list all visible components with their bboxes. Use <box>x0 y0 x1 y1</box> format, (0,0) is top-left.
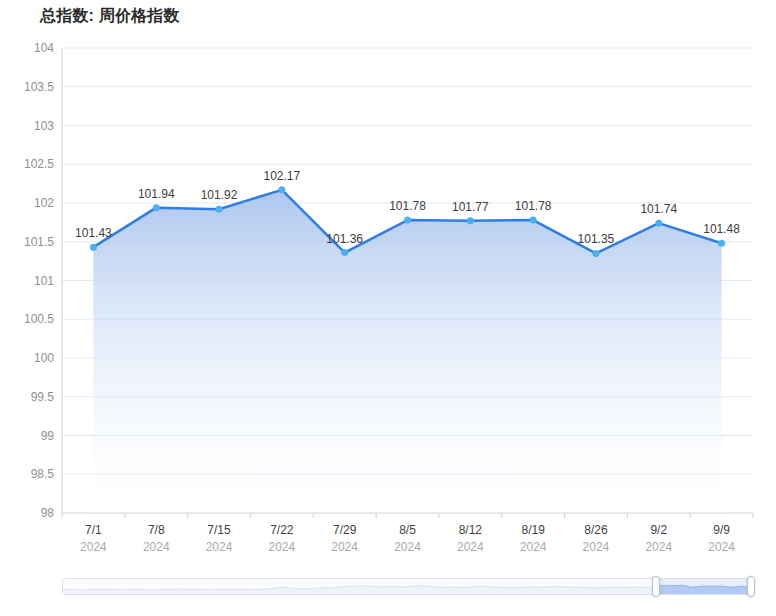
datazoom-window[interactable] <box>656 579 752 594</box>
x-axis-date-label: 7/1 <box>85 523 102 537</box>
y-axis-tick-label: 99.5 <box>31 390 55 404</box>
x-axis-year-label: 2024 <box>457 540 484 554</box>
x-axis-date-label: 8/19 <box>521 523 545 537</box>
price-index-area-chart[interactable]: 9898.59999.5100100.5101101.5102102.51031… <box>0 0 776 570</box>
x-axis-year-label: 2024 <box>143 540 170 554</box>
datazoom-handle-left-icon[interactable] <box>652 576 660 597</box>
x-axis-year-label: 2024 <box>708 540 735 554</box>
data-point-marker[interactable] <box>153 204 160 211</box>
x-axis-date-label: 7/15 <box>207 523 231 537</box>
y-axis-tick-label: 98 <box>41 506 55 520</box>
y-axis-tick-label: 98.5 <box>31 467 55 481</box>
x-axis-year-label: 2024 <box>583 540 610 554</box>
x-axis-year-label: 2024 <box>80 540 107 554</box>
data-point-value-label: 101.36 <box>326 232 363 246</box>
x-axis-year-label: 2024 <box>206 540 233 554</box>
y-axis-tick-label: 101 <box>34 274 54 288</box>
data-point-value-label: 101.74 <box>640 202 677 216</box>
data-point-value-label: 101.48 <box>703 222 740 236</box>
y-axis-tick-label: 102 <box>34 196 54 210</box>
datazoom-slider[interactable] <box>62 578 753 595</box>
x-axis-date-label: 8/12 <box>459 523 483 537</box>
y-axis-tick-label: 100.5 <box>24 312 54 326</box>
data-point-marker[interactable] <box>90 244 97 251</box>
data-point-value-label: 101.78 <box>389 199 426 213</box>
data-point-value-label: 102.17 <box>264 169 301 183</box>
x-axis-year-label: 2024 <box>331 540 358 554</box>
data-point-value-label: 101.43 <box>75 226 112 240</box>
x-axis-date-label: 9/2 <box>650 523 667 537</box>
x-axis-year-label: 2024 <box>520 540 547 554</box>
y-axis-tick-label: 99 <box>41 429 55 443</box>
data-point-marker[interactable] <box>592 250 599 257</box>
data-point-marker[interactable] <box>404 217 411 224</box>
x-axis-date-label: 8/5 <box>399 523 416 537</box>
data-point-marker[interactable] <box>278 186 285 193</box>
x-axis-date-label: 9/9 <box>713 523 730 537</box>
data-point-marker[interactable] <box>341 249 348 256</box>
data-point-value-label: 101.35 <box>578 232 615 246</box>
datazoom-preview-sparkline <box>63 579 752 594</box>
x-axis-date-label: 7/29 <box>333 523 357 537</box>
datazoom-handle-right-icon[interactable] <box>747 576 755 597</box>
data-point-value-label: 101.94 <box>138 187 175 201</box>
y-axis-tick-label: 101.5 <box>24 235 54 249</box>
data-point-marker[interactable] <box>467 217 474 224</box>
data-point-marker[interactable] <box>530 217 537 224</box>
data-point-value-label: 101.92 <box>201 188 238 202</box>
y-axis-tick-label: 102.5 <box>24 157 54 171</box>
data-point-marker[interactable] <box>216 206 223 213</box>
x-axis-date-label: 7/8 <box>148 523 165 537</box>
y-axis-tick-label: 103 <box>34 119 54 133</box>
data-point-marker[interactable] <box>718 240 725 247</box>
x-axis-year-label: 2024 <box>269 540 296 554</box>
x-axis-year-label: 2024 <box>645 540 672 554</box>
data-point-value-label: 101.77 <box>452 200 489 214</box>
y-axis-tick-label: 104 <box>34 41 54 55</box>
data-point-marker[interactable] <box>655 220 662 227</box>
x-axis-year-label: 2024 <box>394 540 421 554</box>
x-axis-date-label: 7/22 <box>270 523 294 537</box>
data-point-value-label: 101.78 <box>515 199 552 213</box>
y-axis-tick-label: 103.5 <box>24 80 54 94</box>
x-axis-date-label: 8/26 <box>584 523 608 537</box>
y-axis-tick-label: 100 <box>34 351 54 365</box>
